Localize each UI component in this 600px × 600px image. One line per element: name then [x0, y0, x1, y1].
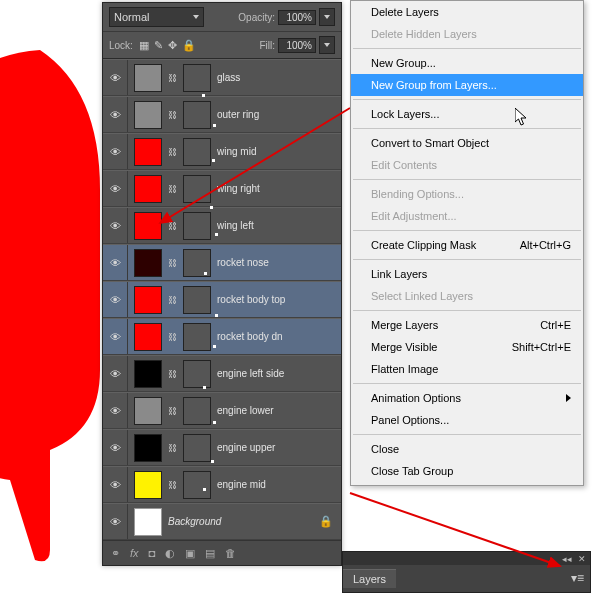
layer-row[interactable]: 👁⛓engine mid	[103, 466, 341, 503]
layer-thumbnail[interactable]	[134, 175, 162, 203]
visibility-toggle[interactable]: 👁	[103, 467, 128, 502]
layer-thumbnail[interactable]	[134, 101, 162, 129]
layer-name[interactable]: outer ring	[211, 109, 341, 120]
lock-transparency-icon[interactable]: ▦	[139, 39, 149, 52]
layer-thumbnail[interactable]	[134, 64, 162, 92]
lock-pixels-icon[interactable]: ✎	[154, 39, 163, 52]
layer-row[interactable]: 👁⛓rocket body top	[103, 281, 341, 318]
mask-thumbnail[interactable]	[183, 212, 211, 240]
layer-name[interactable]: glass	[211, 72, 341, 83]
opacity-dropdown[interactable]	[319, 8, 335, 26]
link-layers-icon[interactable]: ⚭	[111, 547, 120, 560]
layer-name[interactable]: engine upper	[211, 442, 341, 453]
mask-thumbnail[interactable]	[183, 323, 211, 351]
layer-name[interactable]: rocket nose	[211, 257, 341, 268]
mask-thumbnail[interactable]	[183, 138, 211, 166]
visibility-toggle[interactable]: 👁	[103, 430, 128, 465]
tab-layers[interactable]: Layers	[343, 569, 396, 588]
lock-all-icon[interactable]: 🔒	[182, 39, 196, 52]
menu-item[interactable]: Close Tab Group	[351, 460, 583, 482]
layer-row[interactable]: 👁Background🔒	[103, 503, 341, 540]
mask-thumbnail[interactable]	[183, 397, 211, 425]
opacity-value[interactable]: 100%	[278, 10, 316, 25]
visibility-toggle[interactable]: 👁	[103, 504, 128, 539]
new-layer-icon[interactable]: ▤	[205, 547, 215, 560]
menu-item[interactable]: Close	[351, 438, 583, 460]
group-icon[interactable]: ▣	[185, 547, 195, 560]
layer-row[interactable]: 👁⛓wing mid	[103, 133, 341, 170]
visibility-toggle[interactable]: 👁	[103, 171, 128, 206]
mask-thumbnail[interactable]	[183, 249, 211, 277]
lock-position-icon[interactable]: ✥	[168, 39, 177, 52]
layer-row[interactable]: 👁⛓wing left	[103, 207, 341, 244]
layer-row[interactable]: 👁⛓engine upper	[103, 429, 341, 466]
panel-menu-icon[interactable]: ▾≡	[571, 571, 584, 585]
menu-item[interactable]: Lock Layers...	[351, 103, 583, 125]
blend-mode-select[interactable]: Normal	[109, 7, 204, 27]
visibility-toggle[interactable]: 👁	[103, 356, 128, 391]
visibility-toggle[interactable]: 👁	[103, 282, 128, 317]
layer-name[interactable]: wing right	[211, 183, 341, 194]
menu-item[interactable]: New Group...	[351, 52, 583, 74]
layer-name[interactable]: wing mid	[211, 146, 341, 157]
layer-row[interactable]: 👁⛓rocket nose	[103, 244, 341, 281]
layer-row[interactable]: 👁⛓rocket body dn	[103, 318, 341, 355]
visibility-toggle[interactable]: 👁	[103, 134, 128, 169]
layer-thumbnail[interactable]	[134, 360, 162, 388]
visibility-toggle[interactable]: 👁	[103, 245, 128, 280]
mask-thumbnail[interactable]	[183, 360, 211, 388]
mask-thumbnail[interactable]	[183, 101, 211, 129]
layer-row[interactable]: 👁⛓outer ring	[103, 96, 341, 133]
layer-thumbnail[interactable]	[134, 434, 162, 462]
mask-icon[interactable]: ◘	[149, 547, 156, 559]
visibility-toggle[interactable]: 👁	[103, 393, 128, 428]
close-icon[interactable]: ✕	[578, 554, 586, 564]
visibility-toggle[interactable]: 👁	[103, 97, 128, 132]
layer-row[interactable]: 👁⛓wing right	[103, 170, 341, 207]
collapse-icon[interactable]: ◂◂	[562, 554, 572, 564]
layer-thumbnail[interactable]	[134, 138, 162, 166]
trash-icon[interactable]: 🗑	[225, 547, 236, 559]
fill-dropdown[interactable]	[319, 36, 335, 54]
layer-thumbnail[interactable]	[134, 286, 162, 314]
layer-thumbnail[interactable]	[134, 508, 162, 536]
menu-item[interactable]: Animation Options	[351, 387, 583, 409]
layer-row[interactable]: 👁⛓engine left side	[103, 355, 341, 392]
layer-name[interactable]: engine mid	[211, 479, 341, 490]
mask-thumbnail[interactable]	[183, 175, 211, 203]
menu-item[interactable]: New Group from Layers...	[351, 74, 583, 96]
mask-thumbnail[interactable]	[183, 286, 211, 314]
mask-thumbnail[interactable]	[183, 434, 211, 462]
adjustment-icon[interactable]: ◐	[165, 547, 175, 560]
layer-thumbnail[interactable]	[134, 249, 162, 277]
menu-item[interactable]: Flatten Image	[351, 358, 583, 380]
layer-thumbnail[interactable]	[134, 323, 162, 351]
layer-row[interactable]: 👁⛓engine lower	[103, 392, 341, 429]
layer-name[interactable]: wing left	[211, 220, 341, 231]
layer-name[interactable]: engine left side	[211, 368, 341, 379]
menu-item[interactable]: Create Clipping MaskAlt+Ctrl+G	[351, 234, 583, 256]
layer-thumbnail[interactable]	[134, 397, 162, 425]
fill-value[interactable]: 100%	[278, 38, 316, 53]
layer-name[interactable]: engine lower	[211, 405, 341, 416]
menu-item[interactable]: Merge LayersCtrl+E	[351, 314, 583, 336]
menu-item[interactable]: Convert to Smart Object	[351, 132, 583, 154]
menu-item[interactable]: Link Layers	[351, 263, 583, 285]
menu-item[interactable]: Merge VisibleShift+Ctrl+E	[351, 336, 583, 358]
visibility-toggle[interactable]: 👁	[103, 60, 128, 95]
mask-thumbnail[interactable]	[183, 64, 211, 92]
layer-panel-context-menu[interactable]: Delete LayersDelete Hidden LayersNew Gro…	[350, 0, 584, 486]
mask-thumbnail[interactable]	[183, 471, 211, 499]
layer-row[interactable]: 👁⛓glass	[103, 59, 341, 96]
layer-name[interactable]: rocket body top	[211, 294, 341, 305]
layer-name[interactable]: Background	[162, 516, 319, 527]
fx-icon[interactable]: fx	[130, 547, 139, 559]
layer-name[interactable]: rocket body dn	[211, 331, 341, 342]
layer-thumbnail[interactable]	[134, 212, 162, 240]
layers-panel-tab-collapsed[interactable]: ◂◂ ✕ Layers ▾≡	[342, 551, 591, 593]
menu-item[interactable]: Delete Layers	[351, 1, 583, 23]
visibility-toggle[interactable]: 👁	[103, 319, 128, 354]
menu-item[interactable]: Panel Options...	[351, 409, 583, 431]
visibility-toggle[interactable]: 👁	[103, 208, 128, 243]
layer-thumbnail[interactable]	[134, 471, 162, 499]
